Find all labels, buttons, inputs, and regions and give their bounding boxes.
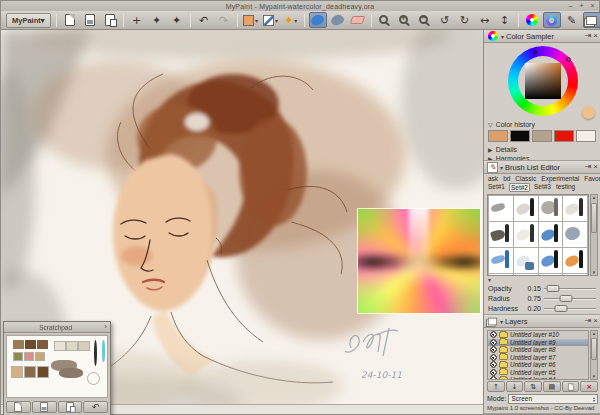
harmonies-expander[interactable]: ▶ Harmonies	[484, 153, 600, 161]
visibility-eye-icon[interactable]	[490, 354, 497, 361]
blend-mode-dropdown[interactable]: ✦▾	[282, 12, 300, 28]
brush-tile-10[interactable]	[539, 248, 563, 273]
brush-group-tab-experimental[interactable]: Experimental	[540, 175, 580, 182]
scroll-down-icon[interactable]: ▾	[591, 270, 597, 275]
slider-track[interactable]	[543, 284, 597, 293]
history-swatch-3[interactable]	[554, 130, 574, 142]
scratchpad-undo-button[interactable]: ↶	[83, 401, 108, 413]
history-swatch-2[interactable]	[532, 130, 552, 142]
toggle-color-sampler-button[interactable]	[523, 12, 541, 28]
close-icon[interactable]: ×	[593, 32, 598, 40]
close-icon[interactable]: ×	[593, 163, 598, 171]
pin-icon[interactable]: ⇥	[585, 163, 592, 171]
brush-tile-1[interactable]	[514, 196, 538, 221]
chevron-down-icon[interactable]: ▾	[501, 33, 504, 40]
slider-track[interactable]	[543, 304, 597, 313]
expander-icon[interactable]: ▽	[488, 121, 493, 128]
pin-icon[interactable]: ⇥	[585, 317, 592, 325]
mode-select[interactable]: Screen ▴▾	[508, 394, 598, 404]
scrollbar-thumb[interactable]	[591, 338, 597, 360]
color-wheel-area[interactable]	[484, 43, 600, 119]
slider-track[interactable]	[543, 294, 597, 303]
flip-vertical-button[interactable]: ↕	[496, 12, 514, 28]
brush-group-tab-set#2[interactable]: Set#2	[509, 183, 530, 192]
titlebar[interactable]: MyPaint - Mypaint-watercolor_deadheavy.o…	[1, 1, 599, 11]
hue-ring[interactable]	[508, 46, 578, 116]
toggle-layers-window-button[interactable]	[583, 12, 600, 28]
brush-tile-4[interactable]	[489, 222, 513, 247]
history-swatch-1[interactable]	[510, 130, 530, 142]
brush-settings-expander[interactable]: ▾	[484, 276, 600, 283]
brush-preview-dropdown[interactable]: ▾	[262, 12, 280, 28]
scrap-prev-button[interactable]: ✦	[148, 12, 166, 28]
canvas-area[interactable]: 24-10-11 Scratchpad › ↶	[1, 30, 483, 414]
scratchpad-expand-icon[interactable]: ›	[104, 323, 107, 331]
slider-handle[interactable]	[559, 295, 572, 302]
zoom-out-button[interactable]: −	[416, 12, 434, 28]
visibility-eye-icon[interactable]	[490, 331, 497, 338]
brush-tile-8[interactable]	[489, 248, 513, 273]
brush-tile-6[interactable]	[539, 222, 563, 247]
chevron-down-icon[interactable]: ▾	[500, 318, 503, 325]
layer-down-button[interactable]: ↓	[506, 381, 524, 392]
scratchpad-save-button[interactable]	[58, 401, 83, 413]
flip-horizontal-button[interactable]: ↔	[476, 12, 494, 28]
scroll-down-icon[interactable]: ▾	[591, 374, 597, 379]
brush-group-tab-ask[interactable]: ask	[487, 175, 499, 182]
brush-tile-9[interactable]	[514, 248, 538, 273]
history-swatch-4[interactable]	[576, 130, 596, 142]
brush-tile-3[interactable]	[563, 196, 587, 221]
layer-reorder-button[interactable]: ⇅	[524, 381, 542, 392]
layer-up-button[interactable]: ↑	[487, 381, 505, 392]
brush-group-tab-set#1[interactable]: Set#1	[487, 183, 506, 192]
toggle-brush-editor-button[interactable]: ✎	[563, 12, 581, 28]
rotate-cw-button[interactable]: ↻	[456, 12, 474, 28]
layer-new-button[interactable]	[562, 381, 580, 392]
brush-tile-11[interactable]	[563, 248, 587, 273]
close-icon[interactable]: ×	[593, 317, 598, 325]
slider-handle[interactable]	[546, 285, 559, 292]
layers-scrollbar[interactable]: ▴ ▾	[590, 330, 598, 380]
color-history-row[interactable]: ▽ Color history	[484, 119, 600, 129]
slider-handle[interactable]	[555, 305, 568, 312]
chevron-down-icon[interactable]: ▾	[500, 164, 503, 171]
brush-group-tab-bd[interactable]: bd	[502, 175, 511, 182]
scroll-up-icon[interactable]: ▴	[591, 331, 597, 336]
hue-marker[interactable]	[566, 57, 571, 62]
scratchpad-open-button[interactable]	[32, 401, 57, 413]
current-color-bubble[interactable]	[582, 106, 595, 119]
sv-marker[interactable]	[533, 50, 537, 54]
rotate-ccw-button[interactable]: ↺	[436, 12, 454, 28]
brush-group-tab-testing[interactable]: testing	[555, 183, 576, 192]
brush-group-tab-classic[interactable]: Classic	[514, 175, 537, 182]
undo-button[interactable]: ↶	[195, 12, 213, 28]
scratchpad-window[interactable]: Scratchpad › ↶	[3, 321, 111, 415]
freehand-tool-button[interactable]	[309, 12, 327, 28]
saturation-value-square[interactable]	[525, 63, 561, 99]
scrap-plus-button[interactable]: +	[128, 12, 146, 28]
details-expander[interactable]: ▶ Details	[484, 144, 600, 153]
eraser-tool-button[interactable]	[349, 12, 367, 28]
layers-header[interactable]: ▾ Layers ⇥ ×	[484, 315, 600, 328]
brush-grid-scrollbar[interactable]: ▴ ▾	[590, 194, 598, 276]
brush-editor-header[interactable]: ✎ ▾ Brush List Editor ⇥ ×	[484, 161, 600, 174]
visibility-eye-icon[interactable]	[490, 369, 497, 376]
visibility-eye-icon[interactable]	[490, 361, 497, 368]
pin-icon[interactable]: ⇥	[585, 32, 592, 40]
brush-tile-2[interactable]	[539, 196, 563, 221]
scratchpad-new-button[interactable]	[6, 401, 31, 413]
brush-tile-5[interactable]	[514, 222, 538, 247]
layer-merge-button[interactable]: ▤	[543, 381, 561, 392]
visibility-eye-icon[interactable]	[490, 346, 497, 353]
scroll-up-icon[interactable]: ▴	[591, 195, 597, 200]
scrap-next-button[interactable]: ✦	[168, 12, 186, 28]
scratchpad-canvas[interactable]	[6, 335, 108, 398]
zoom-tool-button[interactable]	[376, 12, 394, 28]
minimize-button[interactable]: –	[566, 2, 575, 10]
mode-spinner[interactable]: ▴▾	[593, 396, 595, 402]
brush-tile-0[interactable]	[489, 196, 513, 221]
close-button[interactable]: ×	[588, 2, 597, 10]
brush-group-tab-favorites[interactable]: Favorites	[583, 175, 600, 182]
brush-tile-7[interactable]	[563, 222, 587, 247]
mypaint-menu-button[interactable]: MyPaint▾	[6, 13, 51, 28]
